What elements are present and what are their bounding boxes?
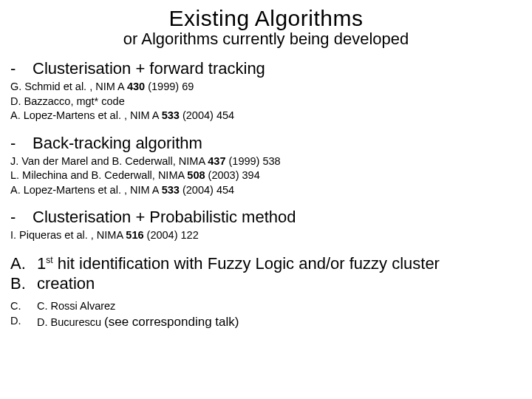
ref-line: J. Van der Marel and B. Cederwall, NIMA …	[10, 154, 522, 169]
credit-line-d: D. D. Bucurescu (see corresponding talk)	[10, 313, 522, 331]
credit-line-c: C. C. Rossi Alvarez	[10, 299, 522, 313]
section-2-title: Back-tracking algorithm	[33, 134, 202, 153]
credits-block: C. C. Rossi Alvarez D. D. Bucurescu (see…	[10, 299, 522, 331]
section-3-dash: -	[10, 208, 33, 227]
section-2-refs: J. Van der Marel and B. Cederwall, NIMA …	[10, 154, 522, 198]
fuzzy-label-a: A.	[10, 253, 37, 274]
ref-line: D. Bazzacco, mgt* code	[10, 95, 522, 109]
fuzzy-line-a: A. 1st hit identification with Fuzzy Log…	[10, 253, 522, 274]
ref-line: A. Lopez-Martens et al. , NIM A 533 (200…	[10, 109, 522, 123]
section-2-head: - Back-tracking algorithm	[10, 134, 522, 153]
fuzzy-text-b: creation	[37, 273, 95, 294]
credit-label-c: C.	[10, 299, 37, 313]
credit-text-c: C. Rossi Alvarez	[37, 299, 115, 313]
fuzzy-label-b: B.	[10, 273, 37, 294]
section-3-title: Clusterisation + Probabilistic method	[33, 208, 296, 227]
section-1-head: - Clusterisation + forward tracking	[10, 59, 522, 78]
slide-subtitle: or Algorithms currently being developed	[10, 30, 522, 49]
credit-text-d: D. Bucurescu (see corresponding talk)	[37, 313, 239, 331]
ref-line: G. Schmid et al. , NIM A 430 (1999) 69	[10, 80, 522, 95]
slide-title: Existing Algorithms	[10, 6, 522, 31]
ref-line: L. Milechina and B. Cederwall, NIMA 508 …	[10, 168, 522, 183]
section-1-dash: -	[10, 59, 33, 78]
fuzzy-text-a: 1st hit identification with Fuzzy Logic …	[37, 253, 440, 274]
section-3-head: - Clusterisation + Probabilistic method	[10, 208, 522, 227]
section-1-title: Clusterisation + forward tracking	[33, 59, 265, 78]
ref-line: I. Piqueras et al. , NIMA 516 (2004) 122	[10, 228, 522, 243]
section-2-dash: -	[10, 134, 33, 153]
ref-line: A. Lopez-Martens et al. , NIM A 533 (200…	[10, 183, 522, 198]
credit-label-d: D.	[10, 313, 37, 331]
section-3-refs: I. Piqueras et al. , NIMA 516 (2004) 122	[10, 228, 522, 243]
section-1-refs: G. Schmid et al. , NIM A 430 (1999) 69 D…	[10, 80, 522, 123]
fuzzy-line-b: B. creation	[10, 273, 522, 294]
fuzzy-block: A. 1st hit identification with Fuzzy Log…	[10, 253, 522, 294]
